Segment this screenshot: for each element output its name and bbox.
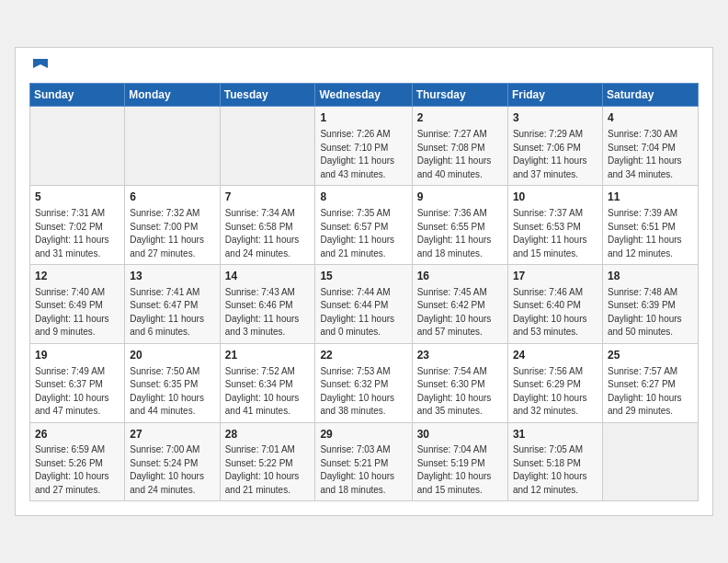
day-info: Sunrise: 7:05 AM Sunset: 5:18 PM Dayligh… (513, 443, 597, 497)
week-row-4: 26Sunrise: 6:59 AM Sunset: 5:26 PM Dayli… (30, 422, 699, 501)
day-cell: 2Sunrise: 7:27 AM Sunset: 7:08 PM Daylig… (412, 107, 507, 186)
day-info: Sunrise: 7:53 AM Sunset: 6:32 PM Dayligh… (320, 365, 406, 419)
day-info: Sunrise: 7:30 AM Sunset: 7:04 PM Dayligh… (608, 128, 693, 181)
day-cell (125, 107, 220, 186)
day-info: Sunrise: 7:57 AM Sunset: 6:27 PM Dayligh… (608, 365, 693, 419)
day-cell: 15Sunrise: 7:44 AM Sunset: 6:44 PM Dayli… (315, 265, 412, 344)
day-info: Sunrise: 7:34 AM Sunset: 6:58 PM Dayligh… (225, 207, 311, 260)
calendar-header (29, 57, 699, 76)
day-number: 19 (35, 348, 119, 363)
day-info: Sunrise: 7:45 AM Sunset: 6:42 PM Dayligh… (417, 286, 503, 339)
day-info: Sunrise: 7:32 AM Sunset: 7:00 PM Dayligh… (130, 207, 214, 260)
week-row-2: 12Sunrise: 7:40 AM Sunset: 6:49 PM Dayli… (30, 265, 699, 344)
day-cell: 16Sunrise: 7:45 AM Sunset: 6:42 PM Dayli… (412, 265, 507, 344)
day-cell: 30Sunrise: 7:04 AM Sunset: 5:19 PM Dayli… (412, 422, 507, 501)
day-number: 18 (608, 269, 693, 284)
weekday-thursday: Thursday (412, 84, 507, 107)
weekday-sunday: Sunday (30, 84, 125, 107)
day-number: 7 (225, 190, 311, 205)
day-info: Sunrise: 7:29 AM Sunset: 7:06 PM Dayligh… (513, 128, 597, 181)
logo (29, 57, 50, 76)
day-number: 28 (225, 427, 311, 442)
calendar-thead: SundayMondayTuesdayWednesdayThursdayFrid… (30, 84, 699, 107)
day-cell: 13Sunrise: 7:41 AM Sunset: 6:47 PM Dayli… (125, 265, 220, 344)
day-number: 8 (320, 190, 406, 205)
day-number: 20 (130, 348, 214, 363)
day-number: 23 (417, 348, 503, 363)
day-info: Sunrise: 7:46 AM Sunset: 6:40 PM Dayligh… (513, 286, 597, 339)
day-number: 6 (130, 190, 214, 205)
day-number: 24 (513, 348, 597, 363)
day-cell: 23Sunrise: 7:54 AM Sunset: 6:30 PM Dayli… (412, 343, 507, 422)
day-info: Sunrise: 7:27 AM Sunset: 7:08 PM Dayligh… (417, 128, 503, 181)
day-number: 13 (130, 269, 214, 284)
day-number: 17 (513, 269, 597, 284)
day-number: 15 (320, 269, 406, 284)
day-cell: 5Sunrise: 7:31 AM Sunset: 7:02 PM Daylig… (30, 186, 125, 265)
day-number: 3 (513, 110, 597, 126)
week-row-0: 1Sunrise: 7:26 AM Sunset: 7:10 PM Daylig… (30, 107, 699, 186)
day-info: Sunrise: 7:40 AM Sunset: 6:49 PM Dayligh… (35, 286, 119, 339)
day-cell: 20Sunrise: 7:50 AM Sunset: 6:35 PM Dayli… (125, 343, 220, 422)
day-cell: 18Sunrise: 7:48 AM Sunset: 6:39 PM Dayli… (602, 265, 698, 344)
day-number: 29 (320, 427, 406, 442)
day-info: Sunrise: 7:44 AM Sunset: 6:44 PM Dayligh… (320, 286, 406, 339)
day-info: Sunrise: 7:39 AM Sunset: 6:51 PM Dayligh… (608, 207, 693, 260)
day-info: Sunrise: 7:01 AM Sunset: 5:22 PM Dayligh… (225, 443, 311, 497)
day-cell (30, 107, 125, 186)
day-number: 27 (130, 427, 214, 442)
day-cell (602, 422, 698, 501)
day-cell: 9Sunrise: 7:36 AM Sunset: 6:55 PM Daylig… (412, 186, 507, 265)
day-info: Sunrise: 7:31 AM Sunset: 7:02 PM Dayligh… (35, 207, 119, 260)
day-info: Sunrise: 7:00 AM Sunset: 5:24 PM Dayligh… (130, 443, 214, 497)
day-number: 4 (608, 110, 693, 126)
day-info: Sunrise: 7:49 AM Sunset: 6:37 PM Dayligh… (35, 365, 119, 419)
day-cell: 21Sunrise: 7:52 AM Sunset: 6:34 PM Dayli… (220, 343, 315, 422)
logo-flag-icon (31, 57, 50, 75)
day-info: Sunrise: 7:56 AM Sunset: 6:29 PM Dayligh… (513, 365, 597, 419)
weekday-friday: Friday (507, 84, 602, 107)
day-info: Sunrise: 7:37 AM Sunset: 6:53 PM Dayligh… (513, 207, 597, 260)
calendar: SundayMondayTuesdayWednesdayThursdayFrid… (15, 47, 713, 517)
svg-marker-0 (33, 59, 48, 68)
day-number: 31 (513, 427, 597, 442)
day-number: 30 (417, 427, 503, 442)
day-cell: 8Sunrise: 7:35 AM Sunset: 6:57 PM Daylig… (315, 186, 412, 265)
day-number: 12 (35, 269, 119, 284)
day-cell: 28Sunrise: 7:01 AM Sunset: 5:22 PM Dayli… (220, 422, 315, 501)
day-info: Sunrise: 7:26 AM Sunset: 7:10 PM Dayligh… (320, 128, 406, 181)
week-row-1: 5Sunrise: 7:31 AM Sunset: 7:02 PM Daylig… (30, 186, 699, 265)
weekday-saturday: Saturday (602, 84, 698, 107)
day-number: 10 (513, 190, 597, 205)
day-cell: 6Sunrise: 7:32 AM Sunset: 7:00 PM Daylig… (125, 186, 220, 265)
day-cell (220, 107, 315, 186)
day-info: Sunrise: 7:41 AM Sunset: 6:47 PM Dayligh… (130, 286, 214, 339)
day-info: Sunrise: 7:36 AM Sunset: 6:55 PM Dayligh… (417, 207, 503, 260)
day-cell: 12Sunrise: 7:40 AM Sunset: 6:49 PM Dayli… (30, 265, 125, 344)
day-cell: 11Sunrise: 7:39 AM Sunset: 6:51 PM Dayli… (602, 186, 698, 265)
calendar-table: SundayMondayTuesdayWednesdayThursdayFrid… (29, 83, 699, 501)
day-cell: 1Sunrise: 7:26 AM Sunset: 7:10 PM Daylig… (315, 107, 412, 186)
weekday-monday: Monday (125, 84, 220, 107)
day-info: Sunrise: 7:52 AM Sunset: 6:34 PM Dayligh… (225, 365, 311, 419)
day-info: Sunrise: 7:35 AM Sunset: 6:57 PM Dayligh… (320, 207, 406, 260)
day-cell: 29Sunrise: 7:03 AM Sunset: 5:21 PM Dayli… (315, 422, 412, 501)
day-number: 5 (35, 190, 119, 205)
day-cell: 19Sunrise: 7:49 AM Sunset: 6:37 PM Dayli… (30, 343, 125, 422)
day-number: 22 (320, 348, 406, 363)
day-cell: 25Sunrise: 7:57 AM Sunset: 6:27 PM Dayli… (602, 343, 698, 422)
day-number: 16 (417, 269, 503, 284)
day-number: 9 (417, 190, 503, 205)
day-cell: 26Sunrise: 6:59 AM Sunset: 5:26 PM Dayli… (30, 422, 125, 501)
day-number: 21 (225, 348, 311, 363)
week-row-3: 19Sunrise: 7:49 AM Sunset: 6:37 PM Dayli… (30, 343, 699, 422)
day-cell: 14Sunrise: 7:43 AM Sunset: 6:46 PM Dayli… (220, 265, 315, 344)
day-number: 11 (608, 190, 693, 205)
day-cell: 27Sunrise: 7:00 AM Sunset: 5:24 PM Dayli… (125, 422, 220, 501)
weekday-header-row: SundayMondayTuesdayWednesdayThursdayFrid… (30, 84, 699, 107)
day-cell: 3Sunrise: 7:29 AM Sunset: 7:06 PM Daylig… (507, 107, 602, 186)
day-cell: 22Sunrise: 7:53 AM Sunset: 6:32 PM Dayli… (315, 343, 412, 422)
day-cell: 24Sunrise: 7:56 AM Sunset: 6:29 PM Dayli… (507, 343, 602, 422)
day-cell: 17Sunrise: 7:46 AM Sunset: 6:40 PM Dayli… (507, 265, 602, 344)
day-info: Sunrise: 7:54 AM Sunset: 6:30 PM Dayligh… (417, 365, 503, 419)
